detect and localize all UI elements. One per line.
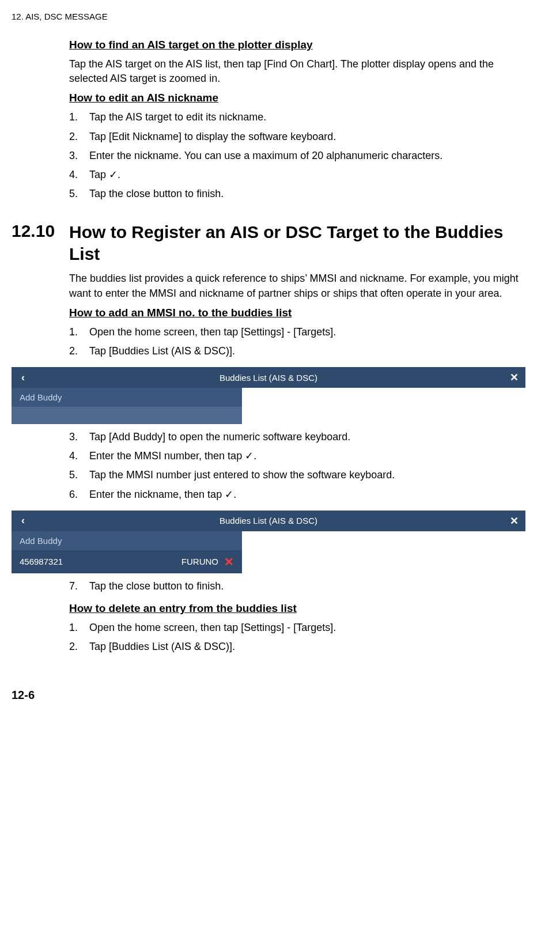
close-icon[interactable]: ✕: [502, 515, 525, 527]
list-text: Tap the close button to finish.: [89, 187, 525, 201]
list-number: 6.: [69, 487, 89, 502]
list-text: Tap the MMSI number just entered to show…: [89, 468, 525, 482]
list-text: Tap the AIS target to edit its nickname.: [89, 110, 525, 124]
ordered-list: 7.Tap the close button to finish.: [69, 579, 525, 594]
body-paragraph: Tap the AIS target on the AIS list, then…: [69, 57, 525, 86]
empty-row: [12, 407, 242, 424]
ordered-list: 3.Tap [Add Buddy] to open the numeric so…: [69, 430, 525, 502]
list-item: 5.Tap the MMSI number just entered to sh…: [69, 468, 525, 482]
buddy-entry-row[interactable]: 456987321 FURUNO ✕: [12, 550, 242, 573]
list-number: 3.: [69, 149, 89, 163]
list-number: 1.: [69, 621, 89, 635]
list-item: 1.Open the home screen, then tap [Settin…: [69, 325, 525, 339]
list-item: 2.Tap [Buddies List (AIS & DSC)].: [69, 640, 525, 654]
list-item: 4.Enter the MMSI number, then tap ✓.: [69, 449, 525, 463]
list-text: Tap the close button to finish.: [89, 579, 525, 594]
list-item: 5.Tap the close button to finish.: [69, 187, 525, 201]
list-item: 3.Enter the nickname. You can use a maxi…: [69, 149, 525, 163]
list-text: Tap [Add Buddy] to open the numeric soft…: [89, 430, 525, 444]
list-item: 1.Tap the AIS target to edit its nicknam…: [69, 110, 525, 124]
screenshot-header: ‹ Buddies List (AIS & DSC) ✕: [12, 367, 525, 388]
sub-heading-delete-entry: How to delete an entry from the buddies …: [69, 602, 525, 615]
body-paragraph: The buddies list provides a quick refere…: [69, 271, 525, 300]
ordered-list: 1.Open the home screen, then tap [Settin…: [69, 621, 525, 654]
screenshot-buddies-empty: ‹ Buddies List (AIS & DSC) ✕ Add Buddy: [12, 367, 525, 424]
sub-heading-add-mmsi: How to add an MMSI no. to the buddies li…: [69, 307, 525, 319]
sub-heading-edit-nickname: How to edit an AIS nickname: [69, 92, 525, 104]
screenshot-buddies-filled: ‹ Buddies List (AIS & DSC) ✕ Add Buddy 4…: [12, 511, 525, 573]
list-text: Tap [Edit Nickname] to display the softw…: [89, 130, 525, 144]
list-text: Tap [Buddies List (AIS & DSC)].: [89, 344, 525, 358]
list-text: Enter the nickname. You can use a maximu…: [89, 149, 525, 163]
list-number: 2.: [69, 130, 89, 144]
list-number: 4.: [69, 168, 89, 182]
list-text: Open the home screen, then tap [Settings…: [89, 621, 525, 635]
list-number: 7.: [69, 579, 89, 594]
list-item: 3.Tap [Add Buddy] to open the numeric so…: [69, 430, 525, 444]
list-item: 2.Tap [Edit Nickname] to display the sof…: [69, 130, 525, 144]
close-icon[interactable]: ✕: [502, 371, 525, 384]
list-item: 7.Tap the close button to finish.: [69, 579, 525, 594]
list-item: 6.Enter the nickname, then tap ✓.: [69, 487, 525, 502]
list-number: 5.: [69, 468, 89, 482]
list-number: 1.: [69, 325, 89, 339]
screenshot-title: Buddies List (AIS & DSC): [220, 516, 317, 526]
sub-heading-find-ais: How to find an AIS target on the plotter…: [69, 39, 525, 51]
list-item: 4.Tap ✓.: [69, 168, 525, 182]
list-text: Enter the MMSI number, then tap ✓.: [89, 449, 525, 463]
ordered-list: 1.Open the home screen, then tap [Settin…: [69, 325, 525, 358]
list-item: 2.Tap [Buddies List (AIS & DSC)].: [69, 344, 525, 358]
section-number: 12.10: [12, 221, 69, 264]
delete-icon[interactable]: ✕: [224, 555, 234, 569]
add-buddy-row[interactable]: Add Buddy: [12, 388, 242, 407]
list-item: 1.Open the home screen, then tap [Settin…: [69, 621, 525, 635]
add-buddy-row[interactable]: Add Buddy: [12, 531, 242, 550]
list-text: Enter the nickname, then tap ✓.: [89, 487, 525, 502]
list-number: 1.: [69, 110, 89, 124]
list-text: Tap ✓.: [89, 168, 525, 182]
list-text: Open the home screen, then tap [Settings…: [89, 325, 525, 339]
screenshot-header: ‹ Buddies List (AIS & DSC) ✕: [12, 511, 525, 531]
list-number: 4.: [69, 449, 89, 463]
back-icon[interactable]: ‹: [12, 372, 35, 384]
section-title: How to Register an AIS or DSC Target to …: [69, 221, 525, 264]
buddy-mmsi: 456987321: [20, 557, 181, 566]
list-number: 2.: [69, 344, 89, 358]
list-text: Tap [Buddies List (AIS & DSC)].: [89, 640, 525, 654]
list-number: 5.: [69, 187, 89, 201]
page-number: 12-6: [12, 689, 525, 702]
ordered-list: 1.Tap the AIS target to edit its nicknam…: [69, 110, 525, 201]
chapter-header: 12. AIS, DSC MESSAGE: [12, 12, 525, 21]
buddy-nickname: FURUNO: [181, 557, 218, 566]
list-number: 2.: [69, 640, 89, 654]
list-number: 3.: [69, 430, 89, 444]
screenshot-title: Buddies List (AIS & DSC): [220, 373, 317, 383]
back-icon[interactable]: ‹: [12, 515, 35, 527]
section-heading: 12.10 How to Register an AIS or DSC Targ…: [12, 221, 525, 264]
